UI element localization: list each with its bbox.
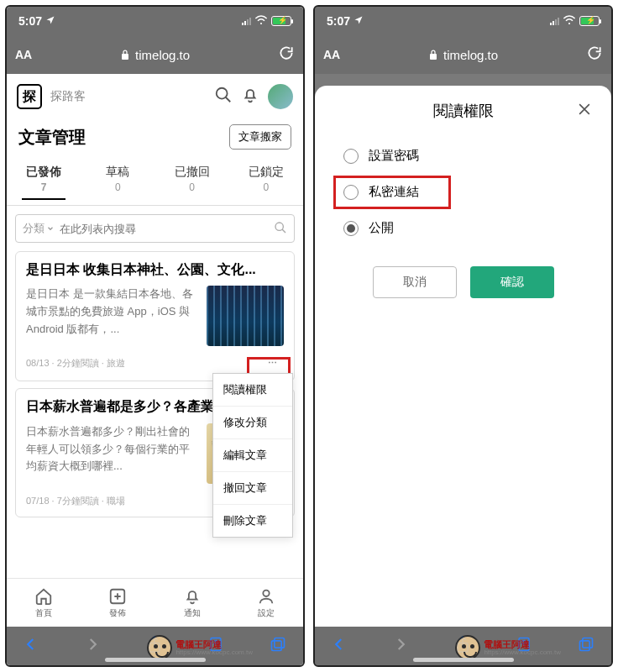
move-articles-button[interactable]: 文章搬家 — [229, 124, 291, 150]
modal-backdrop: 閱讀權限 設置密碼 私密連結 公開 — [315, 74, 611, 627]
option-label: 私密連結 — [369, 184, 419, 200]
location-arrow-icon — [354, 14, 364, 28]
address-domain: timelog.to — [443, 48, 498, 62]
modal-title: 閱讀權限 — [433, 101, 494, 121]
left-phone: 5:07 ⚡ AA timelog.to — [5, 5, 305, 667]
menu-item-edit[interactable]: 編輯文章 — [213, 439, 292, 472]
cell-signal-icon — [242, 17, 251, 25]
category-filter[interactable]: 分類 — [23, 221, 55, 236]
option-public[interactable]: 公開 — [328, 210, 598, 246]
bookmarks-button[interactable] — [208, 636, 223, 656]
home-icon — [34, 587, 53, 606]
lock-icon — [428, 49, 438, 60]
menu-item-delete[interactable]: 刪除文章 — [213, 505, 292, 537]
svg-point-10 — [568, 23, 570, 24]
search-input[interactable] — [60, 223, 274, 235]
site-topbar: 探 探路客 — [7, 74, 303, 119]
safari-toolbar: 電腦王阿達https://www.kocpc.com.tw — [7, 627, 303, 665]
svg-rect-8 — [275, 638, 285, 648]
battery-icon: ⚡ — [271, 16, 291, 26]
plus-square-icon — [108, 587, 127, 606]
close-icon — [576, 101, 593, 118]
site-logo[interactable]: 探 — [17, 84, 42, 109]
text-size-button[interactable]: AA — [323, 48, 340, 61]
permission-modal: 閱讀權限 設置密碼 私密連結 公開 — [315, 86, 611, 627]
svg-rect-9 — [272, 641, 282, 651]
tabs-button[interactable] — [270, 636, 286, 656]
safari-toolbar: 電腦王阿達https://www.kocpc.com.tw — [315, 627, 611, 665]
watermark: 電腦王阿達https://www.kocpc.com.tw — [455, 635, 561, 660]
text-size-button[interactable]: AA — [15, 48, 32, 61]
tab-locked[interactable]: 已鎖定0 — [229, 158, 303, 205]
svg-rect-11 — [430, 54, 437, 60]
article-meta: 08/13 · 2分鐘閱讀 · 旅遊 — [26, 357, 125, 370]
page-title: 文章管理 — [18, 126, 86, 149]
option-password[interactable]: 設置密碼 — [328, 138, 598, 174]
page-content: 探 探路客 文章管理 文章搬家 已發佈7 草稿0 已撤回0 已鎖定0 — [7, 74, 303, 627]
back-button[interactable] — [24, 637, 39, 655]
article-card[interactable]: 是日日本 收集日本神社、公園、文化... 是日日本 是一款集結日本各地、各城市景… — [15, 251, 295, 381]
svg-point-0 — [260, 23, 262, 24]
dual-screenshot-stage: 5:07 ⚡ AA timelog.to — [0, 0, 618, 672]
menu-item-read-permission[interactable]: 閱讀權限 — [213, 374, 292, 407]
forward-button[interactable] — [85, 637, 100, 655]
bell-icon — [183, 587, 202, 606]
radio-icon — [343, 149, 359, 164]
option-label: 設置密碼 — [369, 148, 419, 164]
lock-icon — [120, 49, 130, 60]
confirm-button[interactable]: 確認 — [470, 266, 554, 298]
search-icon[interactable] — [274, 221, 287, 237]
svg-rect-15 — [580, 641, 590, 651]
status-tabs: 已發佈7 草稿0 已撤回0 已鎖定0 — [7, 158, 303, 206]
svg-point-2 — [217, 88, 228, 99]
home-indicator — [105, 658, 206, 662]
reload-button[interactable] — [278, 45, 295, 65]
address-domain: timelog.to — [135, 48, 190, 62]
tabs-button[interactable] — [578, 636, 594, 656]
reload-button[interactable] — [586, 45, 603, 65]
nav-notifications[interactable]: 通知 — [155, 579, 229, 627]
person-icon — [257, 587, 275, 606]
ios-status-bar: 5:07 ⚡ — [7, 7, 303, 35]
safari-address-bar: AA timelog.to — [7, 35, 303, 74]
share-button[interactable] — [455, 635, 470, 657]
more-menu-button[interactable]: ⋯ — [263, 354, 284, 372]
search-icon[interactable] — [214, 86, 233, 108]
bell-icon[interactable] — [241, 86, 259, 108]
chevron-down-icon — [46, 224, 55, 233]
tab-published[interactable]: 已發佈7 — [7, 158, 81, 205]
option-private-link[interactable]: 私密連結 — [328, 174, 598, 210]
cancel-button[interactable]: 取消 — [373, 266, 457, 298]
list-search[interactable]: 分類 — [15, 214, 295, 243]
location-arrow-icon — [45, 14, 55, 28]
bookmarks-button[interactable] — [516, 636, 532, 656]
home-indicator — [413, 658, 514, 662]
tab-draft[interactable]: 草稿0 — [81, 158, 154, 205]
article-title: 是日日本 收集日本神社、公園、文化... — [26, 260, 284, 279]
tab-withdrawn[interactable]: 已撤回0 — [155, 158, 229, 205]
nav-home[interactable]: 首頁 — [7, 579, 81, 627]
watermark: 電腦王阿達https://www.kocpc.com.tw — [147, 635, 253, 660]
forward-button[interactable] — [393, 637, 408, 655]
section-header: 文章管理 文章搬家 — [7, 119, 303, 158]
svg-rect-1 — [122, 54, 128, 60]
svg-point-3 — [275, 223, 283, 230]
article-thumbnail — [207, 286, 284, 346]
back-button[interactable] — [332, 637, 347, 655]
share-button[interactable] — [147, 635, 162, 657]
site-name: 探路客 — [50, 89, 206, 104]
address-field[interactable]: timelog.to — [348, 48, 578, 62]
nav-settings[interactable]: 設定 — [229, 579, 303, 627]
radio-icon — [343, 221, 359, 236]
menu-item-change-category[interactable]: 修改分類 — [213, 407, 292, 439]
bottom-nav: 首頁 發佈 通知 設定 — [7, 578, 303, 627]
menu-item-withdraw[interactable]: 撤回文章 — [213, 472, 292, 505]
svg-point-5 — [263, 590, 269, 596]
close-button[interactable] — [576, 101, 593, 123]
nav-publish[interactable]: 發佈 — [81, 579, 154, 627]
option-label: 公開 — [369, 220, 394, 236]
address-field[interactable]: timelog.to — [40, 48, 270, 62]
avatar[interactable] — [268, 84, 293, 109]
article-actions-menu: 閱讀權限 修改分類 編輯文章 撤回文章 刪除文章 — [212, 373, 293, 538]
article-excerpt: 日本薪水普遍都多少？剛出社會的年輕人可以領多少？每個行業的平均薪資大概到哪裡..… — [26, 423, 198, 484]
